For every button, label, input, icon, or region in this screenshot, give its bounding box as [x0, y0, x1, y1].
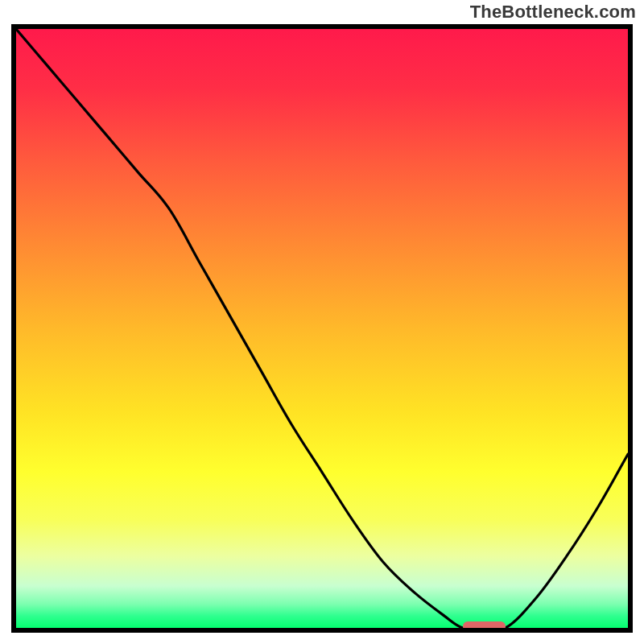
chart-frame: TheBottleneck.com [0, 0, 644, 644]
plot-area [11, 24, 633, 633]
bottleneck-curve [16, 29, 628, 628]
watermark-text: TheBottleneck.com [470, 2, 636, 23]
optimal-range-marker [463, 621, 506, 631]
